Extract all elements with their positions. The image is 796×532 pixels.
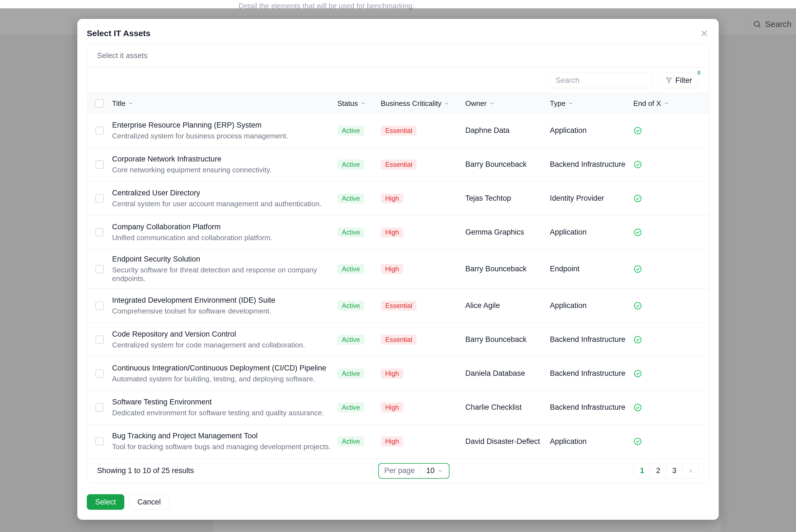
row-title: Continuous Integration/Continuous Deploy… — [112, 364, 337, 373]
filter-label: Filter — [675, 76, 692, 85]
page-button[interactable]: 3 — [666, 463, 683, 478]
row-owner: Daniela Database — [465, 369, 550, 378]
criticality-badge: High — [381, 436, 403, 446]
check-circle-icon — [633, 160, 642, 169]
row-owner: Barry Bounceback — [465, 335, 550, 344]
row-title: Integrated Development Environment (IDE)… — [112, 296, 337, 305]
close-button[interactable] — [699, 28, 709, 38]
chevron-down-icon — [437, 468, 443, 474]
criticality-badge: High — [381, 227, 403, 238]
row-description: Centralized system for business process … — [112, 132, 337, 140]
close-icon — [700, 29, 708, 38]
status-badge: Active — [337, 436, 364, 446]
svg-point-9 — [634, 195, 641, 202]
table-row[interactable]: Company Collaboration Platform Unified c… — [87, 215, 709, 249]
row-checkbox[interactable] — [95, 127, 104, 135]
check-circle-icon — [633, 403, 642, 412]
status-badge: Active — [337, 126, 364, 136]
chevron-down-icon — [360, 100, 366, 107]
svg-point-14 — [634, 370, 641, 377]
status-badge: Active — [337, 264, 364, 274]
chevron-down-icon — [663, 100, 669, 107]
row-title: Company Collaboration Platform — [112, 223, 337, 231]
status-badge: Active — [337, 193, 364, 204]
check-circle-icon — [633, 194, 642, 203]
table-row[interactable]: Centralized User Directory Central syste… — [87, 182, 709, 215]
col-criticality[interactable]: Business Criticality — [381, 99, 465, 108]
chevron-down-icon — [128, 100, 134, 107]
check-circle-icon — [633, 301, 642, 310]
row-description: Security software for threat detection a… — [112, 266, 337, 283]
criticality-badge: Essential — [381, 301, 416, 311]
col-owner[interactable]: Owner — [465, 99, 550, 108]
row-owner: Barry Bounceback — [465, 160, 550, 169]
criticality-badge: Essential — [381, 159, 416, 170]
svg-point-15 — [634, 404, 641, 411]
table-row[interactable]: Endpoint Security Solution Security soft… — [87, 249, 709, 289]
row-description: Tool for tracking software bugs and mana… — [112, 442, 337, 451]
row-checkbox[interactable] — [95, 160, 104, 169]
col-endx[interactable]: End of X — [633, 99, 697, 108]
status-badge: Active — [337, 402, 364, 413]
criticality-badge: Essential — [381, 126, 416, 136]
table-search[interactable] — [546, 73, 653, 88]
svg-point-7 — [634, 127, 641, 134]
row-checkbox[interactable] — [95, 302, 104, 310]
check-circle-icon — [633, 437, 642, 446]
select-button[interactable]: Select — [87, 494, 124, 510]
check-circle-icon — [633, 369, 642, 378]
col-type[interactable]: Type — [550, 99, 633, 108]
row-title: Software Testing Environment — [112, 398, 337, 406]
table-search-input[interactable] — [556, 76, 650, 85]
svg-point-10 — [634, 229, 641, 236]
cancel-button[interactable]: Cancel — [129, 494, 169, 510]
row-type: Application — [550, 437, 633, 446]
table-row[interactable]: Software Testing Environment Dedicated e… — [87, 391, 709, 424]
table-row[interactable]: Corporate Network Infrastructure Core ne… — [87, 148, 709, 182]
row-owner: Barry Bounceback — [465, 265, 550, 273]
svg-marker-6 — [666, 78, 672, 82]
status-badge: Active — [337, 301, 364, 311]
col-title[interactable]: Title — [112, 99, 337, 108]
table-row[interactable]: Bug Tracking and Project Management Tool… — [87, 424, 709, 458]
modal-header: Select IT Assets — [77, 19, 719, 44]
page-button[interactable]: 2 — [650, 463, 666, 478]
page-next-button[interactable] — [683, 463, 699, 478]
criticality-badge: High — [381, 264, 403, 274]
row-checkbox[interactable] — [95, 403, 104, 412]
page-button[interactable]: 1 — [634, 463, 650, 478]
col-endx-label: End of X — [633, 99, 661, 108]
row-checkbox[interactable] — [95, 336, 104, 344]
filter-button[interactable]: Filter 0 — [658, 73, 699, 88]
table-footer: Showing 1 to 10 of 25 results Per page 1… — [87, 458, 709, 483]
row-checkbox[interactable] — [95, 194, 104, 203]
criticality-badge: High — [381, 368, 403, 379]
row-owner: Gemma Graphics — [465, 228, 550, 236]
per-page-label: Per page — [379, 463, 421, 478]
select-all-checkbox[interactable] — [95, 99, 104, 108]
table-row[interactable]: Code Repository and Version Control Cent… — [87, 323, 709, 357]
row-owner: Tejas Techtop — [465, 194, 550, 203]
chevron-down-icon — [489, 100, 495, 107]
row-description: Central system for user account manageme… — [112, 200, 337, 208]
table-row[interactable]: Integrated Development Environment (IDE)… — [87, 289, 709, 323]
row-title: Bug Tracking and Project Management Tool — [112, 432, 337, 440]
row-description: Automated system for building, testing, … — [112, 375, 337, 383]
per-page-value[interactable]: 10 — [421, 463, 449, 478]
row-owner: Charlie Checklist — [465, 403, 550, 412]
row-checkbox[interactable] — [95, 265, 104, 273]
per-page-value-text: 10 — [426, 467, 434, 475]
row-checkbox[interactable] — [95, 437, 104, 445]
status-badge: Active — [337, 368, 364, 379]
table-row[interactable]: Enterprise Resource Planning (ERP) Syste… — [87, 114, 709, 148]
row-checkbox[interactable] — [95, 369, 104, 378]
col-status[interactable]: Status — [337, 99, 381, 108]
row-type: Backend Infrastructure — [550, 335, 633, 344]
col-owner-label: Owner — [465, 99, 487, 108]
table-row[interactable]: Continuous Integration/Continuous Deploy… — [87, 357, 709, 391]
row-checkbox[interactable] — [95, 228, 104, 236]
results-text: Showing 1 to 10 of 25 results — [97, 467, 194, 475]
chevron-down-icon — [444, 100, 450, 107]
row-type: Backend Infrastructure — [550, 160, 633, 169]
row-description: Comprehensive toolset for software devel… — [112, 307, 337, 316]
